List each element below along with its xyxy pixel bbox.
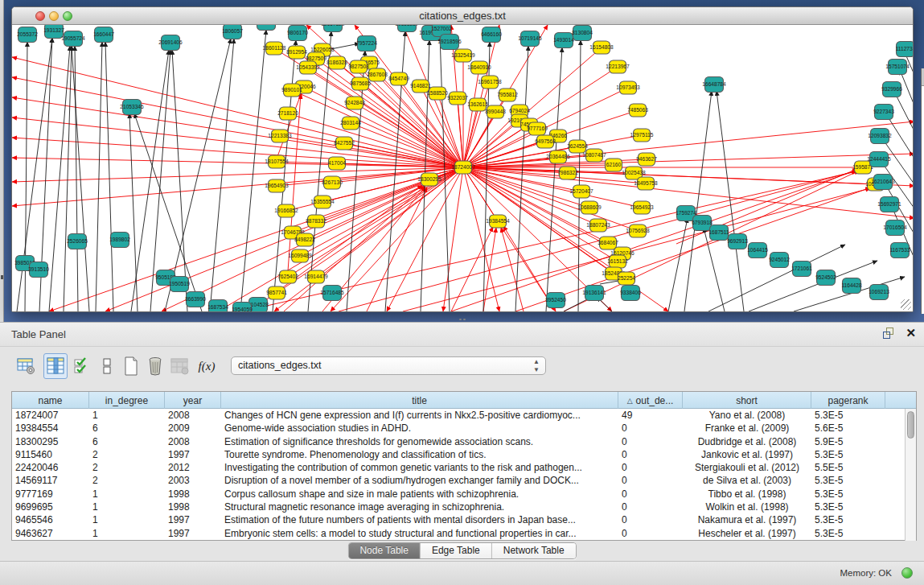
network-node[interactable]: 17016504 xyxy=(883,220,907,236)
table-row[interactable]: 977716911998Corpus callosum shape and si… xyxy=(12,488,916,501)
network-node[interactable]: 10719145 xyxy=(518,31,542,47)
tab-network-table[interactable]: Network Table xyxy=(492,543,576,558)
network-node[interactable]: 9245012 xyxy=(769,253,790,268)
network-node[interactable]: 7955812 xyxy=(497,89,518,101)
network-node[interactable]: 15355554 xyxy=(310,196,335,208)
network-node[interactable]: 7485063 xyxy=(627,104,648,117)
network-node[interactable]: 8427552 xyxy=(334,137,355,150)
network-node[interactable]: 19654923 xyxy=(630,201,654,214)
table-row[interactable]: 1456911722003Disruption of a novel membe… xyxy=(12,474,916,487)
memory-status-indicator[interactable] xyxy=(901,567,913,579)
network-node[interactable]: 1615132 xyxy=(607,255,628,268)
network-node[interactable]: 1164428 xyxy=(841,278,862,294)
network-node[interactable]: 9242848 xyxy=(344,97,365,109)
network-node[interactable]: 8663990 xyxy=(185,292,206,307)
network-node[interactable]: 1806057 xyxy=(222,25,243,39)
table-selector-dropdown[interactable]: citations_edges.txt ▲▼ xyxy=(231,356,546,375)
network-node[interactable]: 16914479 xyxy=(304,270,328,283)
network-node[interactable]: 1064415 xyxy=(747,243,768,258)
network-node[interactable]: 8990448 xyxy=(485,105,506,118)
network-node[interactable]: 15751074 xyxy=(885,60,910,75)
network-node[interactable]: 8267130 xyxy=(322,176,343,189)
network-view-canvas[interactable]: 1872400718601128891295415226058982750981… xyxy=(12,25,913,311)
network-node[interactable]: 16961758 xyxy=(478,76,502,89)
network-node[interactable]: 16210643 xyxy=(871,175,895,190)
column-header-pagerank[interactable]: pagerank xyxy=(811,392,885,409)
network-node[interactable]: 19136141 xyxy=(582,286,606,301)
network-node[interactable]: 12444415 xyxy=(867,152,891,167)
table-settings-button[interactable] xyxy=(14,353,39,379)
network-node[interactable]: 9329966 xyxy=(881,82,902,97)
network-node[interactable]: 1903127 xyxy=(256,25,277,31)
network-node[interactable]: 19055724 xyxy=(61,31,85,47)
network-node[interactable]: 8952450 xyxy=(545,293,566,308)
table-row[interactable]: 946362711997Embryonic stem cells: a mode… xyxy=(12,527,916,540)
network-node[interactable]: 20364486 xyxy=(546,150,570,163)
network-node[interactable]: 1167533 xyxy=(889,243,910,258)
splitter-grip[interactable] xyxy=(458,318,466,321)
network-node[interactable]: 8130804 xyxy=(572,26,593,41)
network-node[interactable]: 10973493 xyxy=(616,81,640,94)
network-node[interactable]: 6497568 xyxy=(535,135,556,148)
network-node[interactable]: 19166852 xyxy=(274,204,298,217)
network-node[interactable]: 15692971 xyxy=(877,197,901,212)
network-node[interactable]: 9777169 xyxy=(527,122,548,135)
network-node[interactable]: 8498222 xyxy=(294,233,315,246)
column-header-year[interactable]: year xyxy=(165,392,221,409)
network-node[interactable]: 1989802 xyxy=(109,233,130,248)
network-node[interactable]: 16154808 xyxy=(589,41,614,54)
network-node[interactable]: 19218596 xyxy=(437,35,462,50)
network-node[interactable]: 2867608 xyxy=(367,68,388,81)
tab-edge-table[interactable]: Edge Table xyxy=(421,543,492,558)
network-node[interactable]: 20691406 xyxy=(158,35,183,51)
network-node[interactable]: 9890101 xyxy=(281,84,302,97)
network-node[interactable]: 1112734 xyxy=(896,42,914,57)
table-row[interactable]: 1830029562008Estimation of significance … xyxy=(12,435,916,448)
table-row[interactable]: 2242004622012Investigating the contribut… xyxy=(12,461,916,474)
network-node[interactable]: 1660447 xyxy=(93,27,114,43)
network-node[interactable]: 18601128 xyxy=(263,42,286,55)
network-node[interactable]: 6466160 xyxy=(481,27,502,43)
table-row[interactable]: 1938455462009Genome-wide association stu… xyxy=(12,422,916,435)
network-node[interactable]: 21053346 xyxy=(120,100,144,115)
network-node[interactable]: 10807487 xyxy=(582,149,606,162)
network-node[interactable]: 9227343 xyxy=(873,105,894,120)
network-node[interactable]: 2803144 xyxy=(340,117,361,130)
network-node[interactable]: 9806170 xyxy=(287,26,308,41)
network-node[interactable]: 16648784 xyxy=(702,77,726,93)
network-node[interactable]: 3913510 xyxy=(28,262,49,278)
table-row[interactable]: 969969511998Structural magnetic resonanc… xyxy=(12,501,916,513)
window-resize-grip[interactable] xyxy=(901,299,911,310)
network-node[interactable]: 1687511 xyxy=(708,225,729,241)
select-rows-button[interactable] xyxy=(69,353,93,379)
network-node[interactable]: 9463627 xyxy=(636,153,657,166)
column-header-out_de[interactable]: △out_de... xyxy=(618,392,683,409)
network-node[interactable]: 19384554 xyxy=(486,215,510,228)
network-node[interactable]: 18495758 xyxy=(634,177,658,190)
network-node[interactable]: 1950519 xyxy=(169,277,190,292)
network-canvas-svg[interactable]: 1872400718601128891295415226058982750981… xyxy=(12,25,914,311)
close-panel-icon[interactable]: ✕ xyxy=(906,327,916,340)
float-panel-icon[interactable] xyxy=(883,327,896,340)
tab-node-table[interactable]: Node Table xyxy=(348,543,421,558)
network-node[interactable]: 9692913 xyxy=(727,234,748,249)
network-node[interactable]: 10653287 xyxy=(395,25,419,32)
network-node[interactable]: 18807243 xyxy=(586,219,610,232)
delete-table-button[interactable] xyxy=(143,353,167,379)
new-table-button[interactable] xyxy=(119,353,143,379)
network-node[interactable]: 1721061 xyxy=(791,262,812,277)
table-row[interactable]: 1872400712008Changes of HCN gene express… xyxy=(12,409,916,422)
network-node[interactable]: 3624554 xyxy=(567,140,588,153)
network-node[interactable]: 9857741 xyxy=(266,286,287,299)
network-node[interactable]: 12093832 xyxy=(868,129,892,144)
network-node[interactable]: 62160 xyxy=(606,159,622,171)
function-builder-button[interactable]: f(x) xyxy=(195,353,219,379)
network-node[interactable]: 252254 xyxy=(618,272,635,285)
table-mode-button[interactable] xyxy=(95,353,119,379)
network-node[interactable]: 8878332 xyxy=(306,215,326,228)
network-node[interactable]: 19654903 xyxy=(265,179,289,192)
scrollbar-thumb[interactable] xyxy=(907,411,914,439)
column-edit-button[interactable] xyxy=(43,353,68,379)
column-header-name[interactable]: name xyxy=(12,392,89,409)
network-node[interactable]: 1069213 xyxy=(869,285,889,300)
